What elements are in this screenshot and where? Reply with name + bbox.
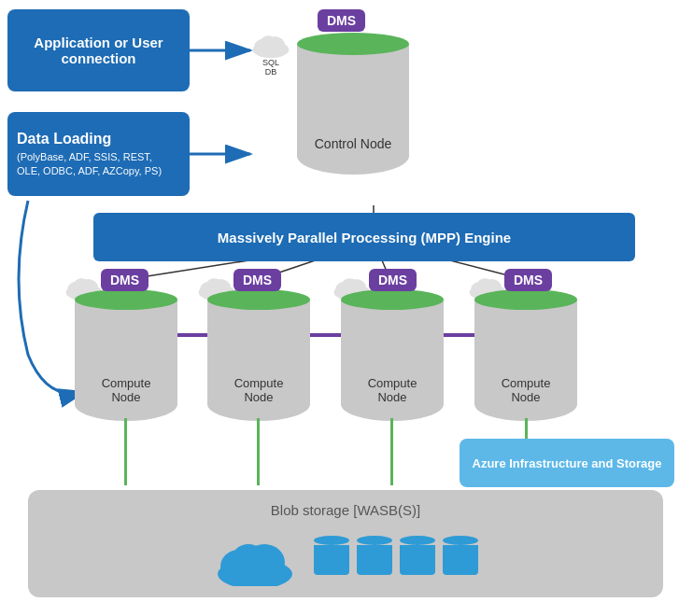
svg-point-13 [261,35,277,50]
disk-3 [400,536,435,575]
data-loading-title: Data Loading [17,131,111,147]
disk-1 [314,536,349,575]
compute-node-2-label: ComputeNode [207,376,310,404]
connector-2-3 [310,333,341,337]
compute-node-4: ComputeNode [474,289,577,421]
sql-db-cloud-control: SQLDB [250,30,291,78]
blob-icons [213,525,478,586]
control-node: Control Node [297,33,409,175]
disk-2 [357,536,392,575]
compute-node-2: ComputeNode [207,289,310,421]
dms-badge-2: DMS [233,269,281,291]
azure-box: Azure Infrastructure and Storage [460,439,674,487]
dms-badge-1: DMS [101,269,148,291]
green-line-2 [257,418,260,485]
azure-label: Azure Infrastructure and Storage [473,456,662,470]
sql-db-text-control: SQLDB [261,58,281,78]
blob-cloud-icon [213,525,297,586]
app-user-label: Application or User connection [15,35,182,66]
compute-node-1: ComputeNode [75,289,177,421]
svg-point-33 [232,544,265,574]
architecture-diagram: { "app_user_box": { "label": "Applicatio… [0,0,693,616]
data-loading-subtitle: (PolyBase, ADF, SSIS, REST,OLE, ODBC, AD… [17,150,162,177]
connector-1-2 [177,333,207,337]
mpp-label: Massively Parallel Processing (MPP) Engi… [218,230,511,245]
dms-badge-control: DMS [318,9,365,32]
connector-3-4 [444,333,474,337]
mpp-engine-bar: Massively Parallel Processing (MPP) Engi… [93,213,635,261]
cloud-svg [250,30,291,58]
disk-4 [443,536,478,575]
app-user-box: Application or User connection [7,9,190,91]
blob-storage-area: Blob storage [WASB(S)] [28,490,663,597]
compute-node-3: ComputeNode [341,289,444,421]
blob-label: Blob storage [WASB(S)] [271,502,420,518]
compute-node-4-label: ComputeNode [474,376,577,404]
compute-node-1-label: ComputeNode [75,376,177,404]
green-line-3 [390,418,393,485]
control-node-label: Control Node [297,136,409,151]
dms-badge-3: DMS [369,269,417,291]
data-loading-box: Data Loading (PolyBase, ADF, SSIS, REST,… [7,112,190,196]
compute-node-3-label: ComputeNode [341,376,444,404]
green-line-1 [124,418,127,485]
dms-badge-4: DMS [504,269,552,291]
